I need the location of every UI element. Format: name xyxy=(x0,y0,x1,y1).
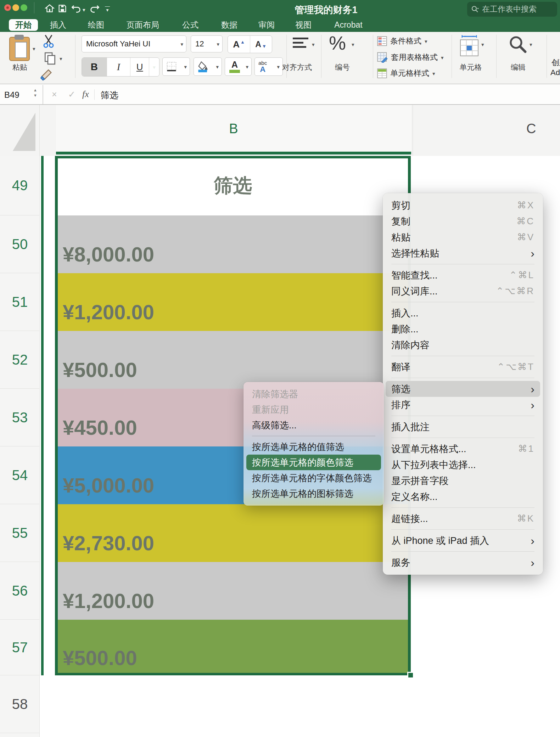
cells-button[interactable] xyxy=(459,35,479,57)
menu-item-copy[interactable]: 复制⌘C xyxy=(383,213,543,229)
row-header-55[interactable]: 55 xyxy=(0,504,40,562)
confirm-icon[interactable]: ✓ xyxy=(68,89,75,100)
row-header-49[interactable]: 49 xyxy=(0,156,40,215)
tab-formulas[interactable]: 公式 xyxy=(182,19,198,31)
save-icon[interactable] xyxy=(57,4,67,13)
edit-button[interactable] xyxy=(508,35,527,55)
submenu-item-filter-by-font-color[interactable]: 按所选单元格的字体颜色筛选 xyxy=(243,470,384,486)
number-format-caret-icon[interactable]: ▾ xyxy=(352,42,354,47)
menu-item-define-name[interactable]: 定义名称... xyxy=(383,489,543,505)
copy-icon[interactable] xyxy=(44,52,56,65)
redo-icon[interactable] xyxy=(89,4,100,13)
fx-icon[interactable]: fx xyxy=(82,89,89,100)
menu-item-insert-comment[interactable]: 插入批注 xyxy=(383,419,543,435)
font-size-select[interactable]: 12 ▾ xyxy=(191,35,223,52)
menu-item-services[interactable]: 服务› xyxy=(383,555,543,570)
conditional-format-button[interactable]: 条件格式 ▾ xyxy=(377,34,427,48)
cell-b49[interactable]: 筛选 xyxy=(58,156,408,215)
row-header-51[interactable]: 51 xyxy=(0,273,40,331)
tab-insert[interactable]: 插入 xyxy=(50,19,66,31)
cell-b51[interactable]: ¥1,200.00 xyxy=(58,273,408,331)
menu-item-insert-from-iphone[interactable]: 从 iPhone 或 iPad 插入› xyxy=(383,533,543,548)
fill-color-button[interactable]: ▾ xyxy=(194,57,222,76)
underline-caret-icon[interactable]: ▾ xyxy=(149,58,159,76)
menu-item-insert[interactable]: 插入... xyxy=(383,305,543,321)
cells-caret-icon[interactable]: ▾ xyxy=(481,42,484,47)
row-header-54[interactable]: 54 xyxy=(0,446,40,504)
cancel-icon[interactable]: × xyxy=(52,89,57,100)
menu-item-delete[interactable]: 删除... xyxy=(383,321,543,337)
paste-caret-icon[interactable]: ▾ xyxy=(33,46,35,51)
copy-caret-icon[interactable]: ▾ xyxy=(60,56,62,61)
menu-item-format-cells[interactable]: 设置单元格格式...⌘1 xyxy=(383,441,543,457)
cell-b56[interactable]: ¥1,200.00 xyxy=(58,562,408,620)
tab-draw[interactable]: 绘图 xyxy=(88,19,104,31)
menu-item-clear-contents[interactable]: 清除内容 xyxy=(383,337,543,353)
menu-item-sort[interactable]: 排序› xyxy=(383,397,543,413)
grow-font-button[interactable]: A ▲ xyxy=(228,36,250,53)
formula-input[interactable]: 筛选 xyxy=(101,89,118,101)
tab-page-layout[interactable]: 页面布局 xyxy=(127,19,159,31)
undo-icon[interactable] xyxy=(71,4,82,13)
cut-icon[interactable] xyxy=(42,34,55,48)
select-all-corner[interactable] xyxy=(0,105,40,156)
shrink-font-button[interactable]: A ▼ xyxy=(250,36,271,53)
row-header-58[interactable]: 58 xyxy=(0,675,40,733)
italic-button[interactable]: I xyxy=(107,58,131,76)
zoom-button[interactable] xyxy=(21,4,27,11)
font-name-select[interactable]: Microsoft YaHei UI ▾ xyxy=(82,35,186,52)
home-icon[interactable] xyxy=(45,4,55,13)
menu-item-thesaurus[interactable]: 同义词库...⌃⌥⌘R xyxy=(383,283,543,299)
cell-b55[interactable]: ¥2,730.00 xyxy=(58,504,408,562)
undo-caret-icon[interactable]: ▾ xyxy=(83,7,85,12)
column-header-b[interactable]: B xyxy=(56,105,411,156)
menu-item-filter[interactable]: 筛选› xyxy=(386,381,540,397)
number-format-button[interactable]: % xyxy=(329,32,346,54)
row-header-57[interactable]: 57 xyxy=(0,620,40,675)
bold-button[interactable]: B xyxy=(82,58,107,76)
search-input[interactable]: 在工作表中搜索 xyxy=(467,2,557,17)
edit-caret-icon[interactable]: ▾ xyxy=(530,42,532,47)
name-box-stepper[interactable]: ▲▼ xyxy=(33,88,37,99)
row-header-52[interactable]: 52 xyxy=(0,331,40,389)
cell-b52[interactable]: ¥500.00 xyxy=(58,331,408,389)
submenu-item-filter-by-cell-color[interactable]: 按所选单元格的颜色筛选 xyxy=(246,455,381,470)
format-as-table-button[interactable]: 套用表格格式 ▾ xyxy=(377,50,444,64)
submenu-item-filter-by-icon[interactable]: 按所选单元格的图标筛选 xyxy=(243,486,384,501)
menu-item-hyperlink[interactable]: 超链接...⌘K xyxy=(383,511,543,527)
tab-data[interactable]: 数据 xyxy=(221,19,237,31)
format-painter-icon[interactable] xyxy=(40,69,54,81)
customize-toolbar-icon[interactable]: —▾ xyxy=(105,4,110,12)
menu-item-cut[interactable]: 剪切⌘X xyxy=(383,197,543,213)
menu-item-smart-lookup[interactable]: 智能查找...⌃⌘L xyxy=(383,267,543,283)
tab-review[interactable]: 审阅 xyxy=(258,19,275,31)
alignment-caret-icon[interactable]: ▾ xyxy=(312,42,315,47)
menu-item-pick-from-list[interactable]: 从下拉列表中选择... xyxy=(383,457,543,473)
borders-button[interactable]: ▾ xyxy=(162,57,190,76)
row-header-56[interactable]: 56 xyxy=(0,562,40,620)
submenu-item-advanced-filter[interactable]: 高级筛选... xyxy=(243,417,384,433)
create-pdf-label-line2[interactable]: Ado xyxy=(550,68,560,77)
column-header-c[interactable]: C xyxy=(413,105,560,156)
cell-b50[interactable]: ¥8,000.00 xyxy=(58,215,408,273)
menu-item-paste-special[interactable]: 选择性粘贴› xyxy=(383,245,543,261)
cell-styles-button[interactable]: 单元格样式 ▾ xyxy=(377,66,435,80)
tab-acrobat[interactable]: Acrobat xyxy=(334,19,362,31)
create-pdf-label-line1[interactable]: 创建 xyxy=(551,57,560,68)
minimize-button[interactable] xyxy=(12,4,19,11)
tab-view[interactable]: 视图 xyxy=(295,19,312,31)
submenu-item-filter-by-value[interactable]: 按所选单元格的值筛选 xyxy=(243,439,384,455)
close-button[interactable] xyxy=(4,4,11,11)
menu-item-show-phonetic[interactable]: 显示拼音字段 xyxy=(383,473,543,489)
tab-home[interactable]: 开始 xyxy=(9,19,38,31)
name-box[interactable]: B49 ▲▼ xyxy=(0,85,43,104)
menu-item-paste[interactable]: 粘贴⌘V xyxy=(383,229,543,245)
underline-button[interactable]: U xyxy=(130,58,149,76)
row-header-50[interactable]: 50 xyxy=(0,215,40,273)
paste-button[interactable] xyxy=(9,35,30,61)
fill-handle[interactable] xyxy=(407,672,414,679)
font-color-button[interactable]: A ▾ xyxy=(225,57,252,76)
row-header-53[interactable]: 53 xyxy=(0,389,40,446)
menu-item-translate[interactable]: 翻译⌃⌥⌘T xyxy=(383,359,543,375)
cell-b57[interactable]: ¥500.00 xyxy=(58,620,408,675)
